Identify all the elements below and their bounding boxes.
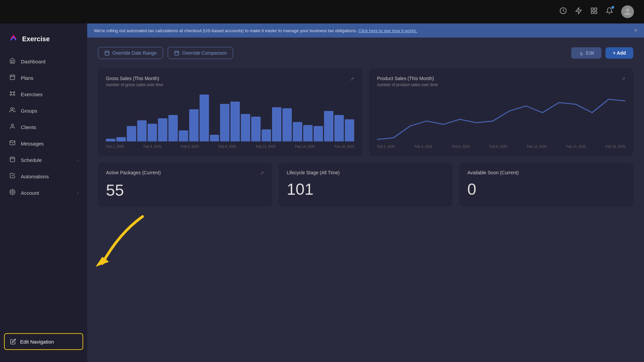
bar: [106, 139, 115, 141]
sidebar-item-messages[interactable]: Messages: [4, 136, 83, 152]
product-sales-card: Product Sales (This Month) number of pro…: [369, 68, 633, 156]
sidebar-item-automations[interactable]: Automations: [4, 169, 83, 184]
sidebar-label-exercises: Exercises: [21, 92, 43, 97]
toolbar-left: Override Date Range Override Comparison: [98, 47, 233, 59]
bar: [241, 114, 250, 141]
bar: [324, 111, 333, 141]
bar: [293, 122, 302, 141]
override-date-range-button[interactable]: Override Date Range: [98, 47, 163, 59]
banner-link[interactable]: Click here to see how it works.: [358, 28, 417, 33]
toolbar-row: Override Date Range Override Comparison: [98, 47, 633, 59]
gross-sales-subtitle: number of gross sales over time: [106, 82, 163, 87]
edit-navigation-label: Edit Navigation: [20, 339, 54, 345]
sidebar-label-dashboard: Dashboard: [21, 59, 45, 64]
sidebar-logo: Exercise: [0, 30, 87, 54]
svg-point-11: [10, 92, 11, 93]
override-comparison-button[interactable]: Override Comparison: [168, 47, 233, 59]
sidebar-label-account: Account: [21, 190, 39, 196]
banner-text: We're rolling out automated tax calculat…: [94, 28, 417, 33]
bar: [148, 124, 157, 141]
available-soon-value: 0: [467, 180, 625, 198]
schedule-chevron: ›: [77, 158, 78, 163]
active-packages-card: Active Packages (Current) ↗ 55: [98, 163, 272, 207]
main-layout: Exercise Dashboard: [0, 23, 644, 362]
svg-rect-2: [591, 8, 593, 10]
bar: [220, 104, 229, 141]
product-sales-subtitle: number of product sales over time: [377, 82, 438, 87]
svg-point-13: [10, 95, 11, 95]
home-icon: [9, 58, 16, 65]
avatar[interactable]: [621, 5, 634, 18]
gross-sales-external-link-icon[interactable]: ↗: [350, 76, 354, 82]
bar: [137, 120, 147, 141]
dashboard-content: Override Date Range Override Comparison: [87, 38, 644, 362]
edit-label: Edit: [586, 50, 594, 56]
svg-point-16: [11, 124, 13, 126]
active-packages-value: 55: [106, 181, 264, 199]
banner-close-button[interactable]: ×: [634, 27, 637, 34]
automations-icon: [9, 173, 16, 180]
svg-point-21: [12, 191, 13, 193]
gross-sales-bar-chart: [106, 93, 354, 143]
sidebar-item-plans[interactable]: Plans: [4, 70, 83, 86]
bar: [158, 118, 167, 141]
available-soon-title: Available Soon (Current): [467, 170, 519, 175]
content: We're rolling out automated tax calculat…: [87, 23, 644, 362]
active-packages-external-link-icon[interactable]: ↗: [260, 170, 264, 176]
override-date-range-label: Override Date Range: [112, 50, 157, 56]
bar: [345, 119, 354, 141]
logo-text: Exercise: [22, 35, 50, 43]
grid-icon[interactable]: [590, 7, 598, 16]
bar: [230, 102, 240, 141]
bar: [189, 109, 199, 141]
account-chevron: ›: [77, 190, 78, 195]
messages-icon: [9, 140, 16, 147]
sidebar-label-schedule: Schedule: [21, 157, 42, 163]
sidebar-item-clients[interactable]: Clients: [4, 119, 83, 135]
plans-icon: [9, 74, 16, 82]
lifecycle-stage-title: Lifecycle Stage (All Time): [287, 170, 340, 175]
schedule-icon: [9, 156, 16, 164]
sidebar: Exercise Dashboard: [0, 23, 87, 362]
svg-rect-7: [10, 75, 15, 80]
sidebar-nav: Dashboard Plans: [0, 54, 87, 330]
bar: [179, 130, 188, 141]
gross-sales-card: Gross Sales (This Month) number of gross…: [98, 68, 362, 156]
svg-rect-22: [105, 51, 109, 55]
sidebar-item-groups[interactable]: Groups: [4, 103, 83, 119]
bar: [127, 126, 136, 141]
bar: [282, 108, 292, 141]
bar: [272, 107, 281, 141]
lightning-icon[interactable]: [575, 7, 582, 16]
svg-marker-1: [576, 8, 582, 14]
product-sales-x-labels: Feb 1, 2025 Feb 4, 2025 Feb 6, 2025 Feb …: [377, 145, 625, 148]
clients-icon: [9, 123, 16, 131]
sidebar-item-schedule[interactable]: Schedule ›: [4, 152, 83, 168]
product-sales-title: Product Sales (This Month): [377, 76, 438, 81]
sidebar-item-dashboard[interactable]: Dashboard: [4, 54, 83, 69]
bar: [116, 137, 126, 141]
bar: [262, 129, 271, 141]
bell-icon[interactable]: [606, 7, 613, 16]
svg-point-30: [580, 52, 582, 54]
gross-sales-x-labels: Feb 1, 2025 Feb 4, 2025 Feb 6, 2025 Feb …: [106, 145, 354, 148]
available-soon-card: Available Soon (Current) 0: [459, 163, 633, 207]
stats-grid: Active Packages (Current) ↗ 55 Lifecycle…: [98, 163, 633, 207]
lifecycle-stage-card: Lifecycle Stage (All Time) 101: [279, 163, 453, 207]
history-icon[interactable]: [559, 7, 567, 16]
sidebar-label-messages: Messages: [21, 141, 44, 146]
add-button[interactable]: + Add: [605, 47, 633, 59]
bar: [303, 125, 313, 141]
svg-point-12: [14, 92, 15, 93]
sidebar-item-exercises[interactable]: Exercises: [4, 86, 83, 102]
bar: [334, 115, 344, 141]
edit-navigation-button[interactable]: Edit Navigation: [4, 333, 83, 350]
edit-button[interactable]: Edit: [571, 47, 601, 59]
groups-icon: [9, 107, 16, 115]
sidebar-item-account[interactable]: Account ›: [4, 185, 83, 201]
svg-rect-5: [595, 11, 597, 13]
bar: [200, 95, 209, 141]
override-comparison-label: Override Comparison: [182, 50, 227, 56]
sidebar-label-automations: Automations: [21, 174, 49, 179]
product-sales-external-link-icon[interactable]: ↗: [621, 76, 625, 82]
